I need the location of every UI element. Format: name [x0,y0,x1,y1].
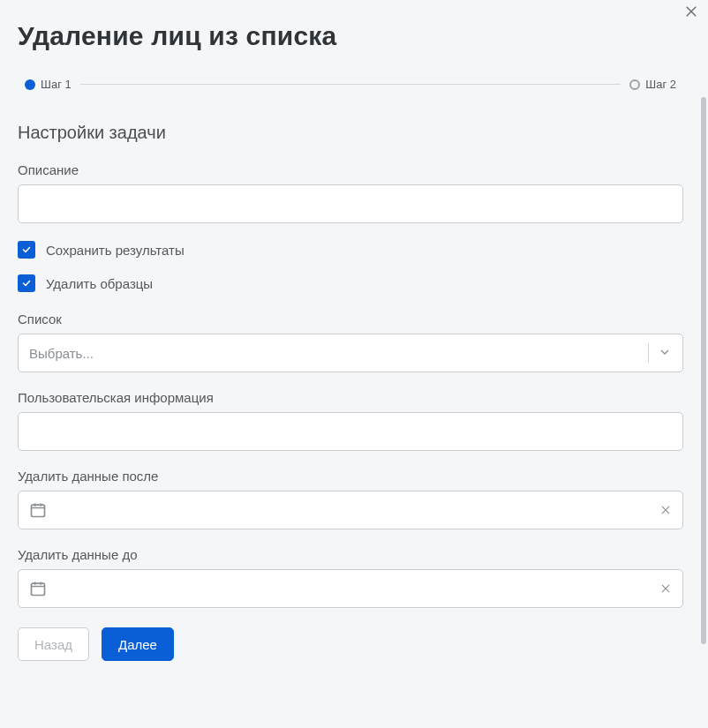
delete-samples-label: Удалить образцы [46,276,153,291]
select-separator [648,343,649,363]
svg-rect-1 [32,583,45,595]
check-icon [21,244,32,255]
modal-delete-faces: Удаление лиц из списка Шаг 1 Шаг 2 Настр… [0,0,708,728]
step-2[interactable]: Шаг 2 [629,78,676,91]
chevron-down-icon [658,345,672,362]
checkbox-delete-samples-row: Удалить образцы [18,274,683,292]
clear-date-before-button[interactable] [659,582,672,595]
delete-before-label: Удалить данные до [18,547,683,562]
checkbox-delete-samples[interactable] [18,274,35,292]
field-list: Список Выбрать... [18,311,683,372]
step-1[interactable]: Шаг 1 [25,78,72,91]
step-1-dot-icon [25,79,35,90]
list-placeholder: Выбрать... [29,346,94,361]
field-user-info: Пользовательская информация [18,390,683,451]
step-2-label: Шаг 2 [645,78,676,91]
description-input[interactable] [18,184,683,223]
step-2-dot-icon [629,79,640,90]
list-select[interactable]: Выбрать... [18,334,683,372]
svg-rect-0 [32,505,45,516]
modal-title: Удаление лиц из списка [18,21,683,51]
scrollbar-track [701,97,706,719]
close-icon [683,4,699,19]
field-description: Описание [18,162,683,223]
next-button[interactable]: Далее [102,627,174,661]
stepper: Шаг 1 Шаг 2 [18,78,683,91]
scrollbar-thumb[interactable] [701,97,706,644]
delete-after-label: Удалить данные после [18,469,683,484]
calendar-icon [29,580,47,597]
user-info-label: Пользовательская информация [18,390,683,405]
list-label: Список [18,311,683,326]
close-button[interactable] [683,4,699,23]
back-button[interactable]: Назад [18,627,89,661]
checkbox-save-results[interactable] [18,241,35,259]
user-info-input[interactable] [18,412,683,451]
field-delete-before: Удалить данные до [18,547,683,608]
description-label: Описание [18,162,683,177]
step-line [80,84,621,85]
action-row: Назад Далее [18,627,683,661]
step-1-label: Шаг 1 [41,78,72,91]
calendar-icon [29,501,47,519]
section-title: Настройки задачи [18,123,683,143]
checkbox-save-results-row: Сохранить результаты [18,241,683,259]
check-icon [21,278,32,289]
delete-after-input[interactable] [18,491,683,529]
clear-date-after-button[interactable] [659,504,672,516]
save-results-label: Сохранить результаты [46,243,185,258]
delete-before-input[interactable] [18,569,683,608]
field-delete-after: Удалить данные после [18,469,683,529]
